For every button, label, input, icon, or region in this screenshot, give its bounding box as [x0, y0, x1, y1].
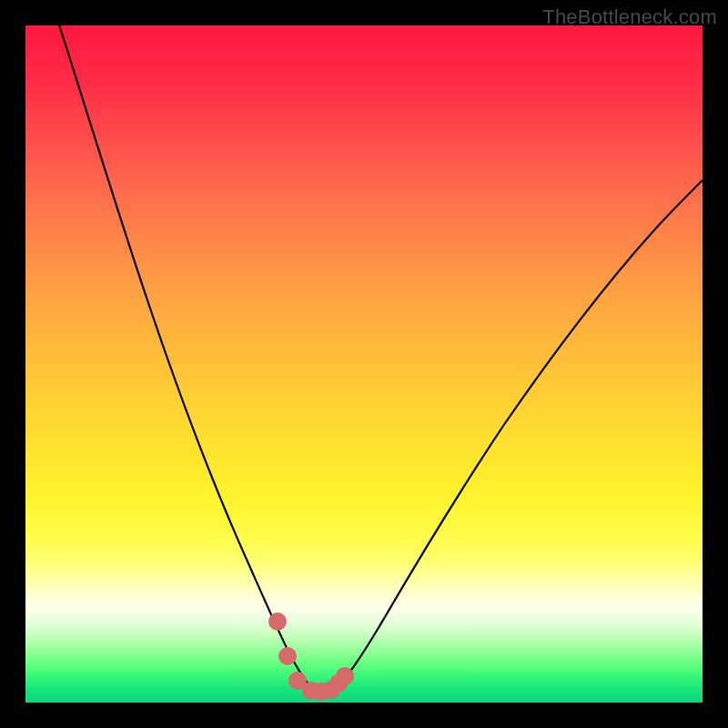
curve-line [59, 25, 703, 692]
chart-svg [25, 25, 703, 703]
svg-point-0 [268, 612, 287, 631]
svg-point-1 [278, 647, 297, 665]
svg-point-7 [336, 667, 354, 685]
highlight-dots [268, 612, 354, 701]
watermark-text: TheBottleneck.com [542, 5, 717, 29]
plot-area [25, 25, 703, 703]
